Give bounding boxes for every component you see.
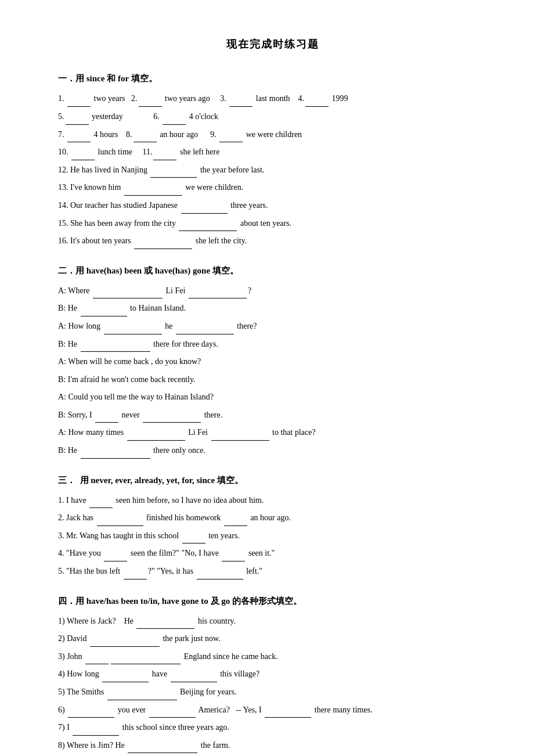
line-1-6: 13. I've known him we were children.	[58, 180, 488, 196]
line-2-6: B: I'm afraid he won't come back recentl…	[58, 372, 488, 388]
line-2-1: A: Where Li Fei ?	[58, 283, 488, 299]
line-4-2: 2) David the park just now.	[58, 631, 488, 647]
line-2-3: A: How long he there?	[58, 319, 488, 334]
line-4-3: 3) John England since he came back.	[58, 649, 488, 665]
line-1-8: 15. She has been away from the city abou…	[58, 216, 488, 232]
section-4: 四．用 have/has been to/in, have gone to 及 …	[58, 593, 488, 756]
line-3-3: 3. Mr. Wang has taught in this school te…	[58, 528, 488, 544]
line-4-8: 8) Where is Jim? He the farm.	[58, 738, 488, 754]
section-3: 三． 用 never, ever, already, yet, for, sin…	[58, 473, 488, 579]
line-2-5: A: When will he come back , do you know?	[58, 354, 488, 370]
line-2-7: A: Could you tell me the way to Hainan I…	[58, 390, 488, 405]
section-2-title: 二．用 have(has) been 或 have(has) gone 填空。	[58, 263, 488, 279]
line-1-2: 5. yesterday 6. 4 o'clock	[58, 109, 488, 125]
line-2-2: B: He to Hainan Island.	[58, 301, 488, 316]
line-4-1: 1) Where is Jack? He his country.	[58, 614, 488, 629]
line-1-4: 10. lunch time 11. she left here	[58, 145, 488, 160]
section-1-title: 一．用 since 和 for 填空。	[58, 71, 488, 87]
line-2-10: B: He there only once.	[58, 443, 488, 459]
section-4-title: 四．用 have/has been to/in, have gone to 及 …	[58, 593, 488, 609]
line-3-5: 5. "Has the bus left ?" "Yes, it has lef…	[58, 564, 488, 579]
line-2-9: A: How many times Li Fei to that place?	[58, 425, 488, 441]
line-1-7: 14. Our teacher has studied Japanese thr…	[58, 198, 488, 214]
line-3-1: 1. I have seen him before, so I have no …	[58, 493, 488, 509]
line-4-6: 6) you ever America? -- Yes, I there man…	[58, 703, 488, 718]
line-3-2: 2. Jack has finished his homework an hou…	[58, 510, 488, 526]
section-1: 一．用 since 和 for 填空。 1. two years 2. two …	[58, 71, 488, 249]
line-1-9: 16. It's about ten years she left the ci…	[58, 233, 488, 249]
line-1-5: 12. He has lived in Nanjing the year bef…	[58, 163, 488, 178]
line-2-8: B: Sorry, I never there.	[58, 408, 488, 423]
line-1-1: 1. two years 2. two years ago 3. last mo…	[58, 91, 488, 107]
line-4-4: 4) How long have this village?	[58, 667, 488, 682]
section-2: 二．用 have(has) been 或 have(has) gone 填空。 …	[58, 263, 488, 459]
section-3-title: 三． 用 never, ever, already, yet, for, sin…	[58, 473, 488, 488]
line-2-4: B: He there for three days.	[58, 337, 488, 352]
page-title: 现在完成时练习题	[58, 35, 488, 53]
line-4-5: 5) The Smiths Beijing for years.	[58, 685, 488, 700]
line-1-3: 7. 4 hours 8. an hour ago 9. we were chi…	[58, 127, 488, 143]
line-3-4: 4. "Have you seen the film?" "No, I have…	[58, 546, 488, 561]
line-4-7: 7) I this school since three years ago.	[58, 720, 488, 736]
